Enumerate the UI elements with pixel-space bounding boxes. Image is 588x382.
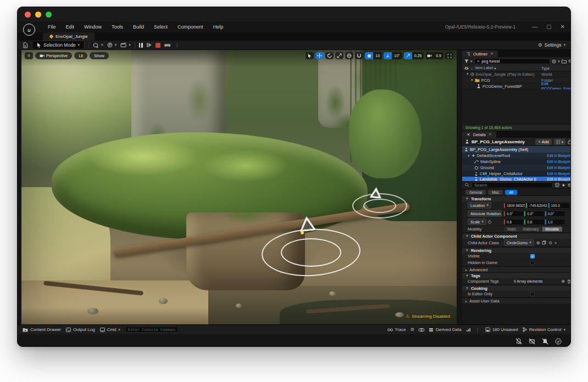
section-tags[interactable]: ▼Tags <box>462 272 571 278</box>
stop-button[interactable] <box>156 43 160 48</box>
location-z-field[interactable]: 100.0 <box>548 203 569 208</box>
close-icon[interactable]: ✕ <box>489 132 492 137</box>
level-tab[interactable]: EnvOpal_Jungle <box>43 32 95 41</box>
chip-all[interactable]: All <box>505 190 517 195</box>
scale-dropdown[interactable]: Scale▾ <box>468 218 486 225</box>
unsaved-button[interactable]: 180 Unsaved <box>485 327 518 332</box>
rotation-dropdown[interactable]: Absolute Rotation▾ <box>468 210 502 217</box>
expander-icon[interactable]: ▾ <box>467 72 469 76</box>
section-advanced[interactable]: ▸Advanced <box>462 266 571 272</box>
edit-in-blueprint-link[interactable]: Edit in Blueprint <box>547 154 571 158</box>
edit-in-blueprint-link[interactable]: Edit in Blueprint <box>547 166 571 170</box>
gizmo-yellow-handle[interactable] <box>301 231 304 234</box>
pause-button[interactable] <box>139 43 143 48</box>
view-mode-dropdown[interactable]: Lit <box>74 52 87 59</box>
menu-help[interactable]: Help <box>208 23 229 31</box>
world-local-toggle-icon[interactable] <box>345 52 353 59</box>
menu-file[interactable]: File <box>43 23 61 31</box>
component-row-scene-root[interactable]: ▾ DefaultSceneRoot Edit in Blueprint <box>462 153 571 159</box>
component-row-landslide-gizmo-selected[interactable]: Landslide_Gizmo_ChildActor 0 Edit in Blu… <box>462 177 571 181</box>
clear-search-icon[interactable]: ✕ <box>477 59 480 64</box>
screenshot-camera-icon[interactable] <box>419 328 424 332</box>
content-drawer-button[interactable]: Content Drawer <box>23 327 61 332</box>
grid-snap-control[interactable]: ▦ 10 <box>365 52 382 59</box>
add-array-element-icon[interactable]: ⊕ <box>561 279 565 284</box>
level-viewport[interactable]: ≡ Perspective Lit Show ▦ 10 <box>21 50 457 324</box>
menu-select[interactable]: Select <box>149 23 173 31</box>
edit-in-blueprint-link[interactable]: Edit in Blueprint <box>547 177 571 181</box>
camera-speed-control[interactable]: 0.9 <box>425 52 443 59</box>
location-dropdown[interactable]: Location▾ <box>468 202 491 209</box>
eject-possess-button[interactable] <box>164 43 171 48</box>
cinematics-dropdown[interactable]: ▾ <box>120 42 131 48</box>
expander-icon[interactable]: ▾ <box>468 154 470 158</box>
outliner-row-pcgdemo-forestbp[interactable]: PCGDemo_ForestBP Edit PCGDemo_Fore <box>462 83 571 89</box>
minimize-window-button[interactable]: — <box>532 24 537 30</box>
section-rendering[interactable]: ▼Rendering <box>462 247 571 253</box>
filter-icon[interactable] <box>464 59 469 63</box>
section-transform[interactable]: ▼Transform <box>462 195 571 201</box>
playback-options-icon[interactable]: ⋮ <box>175 42 180 48</box>
outliner-settings-icon[interactable]: ⚙ <box>568 59 571 64</box>
close-traffic-button[interactable] <box>25 12 31 18</box>
restore-window-button[interactable]: ▢ <box>546 24 551 30</box>
mobility-stationary-option[interactable]: Stationary <box>519 227 542 232</box>
settings-dropdown[interactable]: ⚙ Settings ▾ <box>538 42 565 48</box>
alerts-muted-icon[interactable] <box>542 338 548 345</box>
minimize-traffic-button[interactable] <box>35 12 41 18</box>
select-tool-icon[interactable] <box>306 52 314 59</box>
rotation-y-field[interactable]: 0.0° <box>524 211 543 216</box>
scale-y-field[interactable]: 0.6 <box>524 220 543 224</box>
rotation-snap-control[interactable]: ∠ 10° <box>384 52 402 59</box>
menu-build[interactable]: Build <box>128 23 149 31</box>
item-label-column-header[interactable]: Item Label ▴ <box>475 66 540 70</box>
lock-icon[interactable] <box>568 139 571 144</box>
use-selected-icon[interactable]: ⊙ <box>548 240 552 245</box>
scale-tool-icon[interactable] <box>335 52 343 59</box>
scale-z-field[interactable]: 1.0 <box>545 220 564 224</box>
selection-mode-dropdown[interactable]: Selection Mode ▾ <box>32 41 85 49</box>
chip-general[interactable]: General <box>465 190 486 195</box>
chip-misc[interactable]: Misc <box>488 190 503 195</box>
section-cooking[interactable]: ▼Cooking <box>462 285 571 291</box>
viewport-options-icon[interactable]: ≡ <box>25 52 33 59</box>
trace-button[interactable]: Trace <box>387 327 406 332</box>
outliner-search-input[interactable]: ✕ pcg forest <box>474 58 551 64</box>
browse-asset-icon[interactable] <box>542 240 546 245</box>
show-dropdown[interactable]: Show <box>90 52 109 59</box>
add-component-button[interactable]: +Add <box>535 139 552 145</box>
search-options-icon[interactable] <box>552 59 556 64</box>
section-child-actor-component[interactable]: ▼Child Actor Component <box>462 233 571 239</box>
edit-in-blueprint-link[interactable]: Edit in Blueprint <box>547 160 571 164</box>
status-check-icon[interactable] <box>555 338 562 345</box>
pick-asset-icon[interactable]: ⊕ <box>536 240 540 245</box>
clear-value-icon[interactable]: × <box>554 240 557 245</box>
zoom-traffic-button[interactable] <box>46 12 52 18</box>
visibility-column-icon[interactable] <box>464 67 469 70</box>
component-row-cliff-helper[interactable]: Cliff_Helper_ChildActor Edit in Blueprin… <box>462 171 571 177</box>
type-column-header[interactable]: Type <box>541 66 571 70</box>
chevron-down-icon[interactable]: ▾ <box>470 59 473 64</box>
scale-x-field[interactable]: 0.6 <box>504 220 523 224</box>
chevron-down-icon[interactable]: ▾ <box>558 59 560 64</box>
add-actor-dropdown[interactable]: ▾ <box>93 42 103 48</box>
performance-chart-icon[interactable] <box>466 328 471 332</box>
console-command-input[interactable] <box>125 327 178 333</box>
section-asset-user-data[interactable]: ▸Asset User Data <box>462 297 571 304</box>
rotation-x-field[interactable]: 0.0° <box>504 211 523 216</box>
frame-skip-button[interactable] <box>147 43 152 47</box>
is-editor-only-checkbox[interactable] <box>530 292 535 296</box>
save-icon[interactable] <box>23 42 28 48</box>
status-more-icon[interactable]: ⋮ <box>475 327 481 333</box>
new-folder-icon[interactable] <box>562 59 567 64</box>
pin-column-icon[interactable]: ↓ <box>471 66 473 70</box>
expander-icon[interactable]: ▾ <box>471 78 473 82</box>
blueprints-dropdown[interactable]: ▾ <box>107 42 117 48</box>
scale-snap-control[interactable]: 0.25 <box>404 52 424 59</box>
derived-data-button[interactable]: Derived Data <box>429 327 462 332</box>
visible-checkbox[interactable]: ✓ <box>530 254 535 259</box>
cmd-dropdown[interactable]: Cmd ▾ <box>100 327 120 332</box>
component-view-options-button[interactable]: ▾ <box>554 139 565 145</box>
child-actor-class-dropdown[interactable]: CircleGizmo▾ <box>504 239 534 246</box>
component-row-ground[interactable]: Ground Edit in Blueprint <box>462 165 571 171</box>
